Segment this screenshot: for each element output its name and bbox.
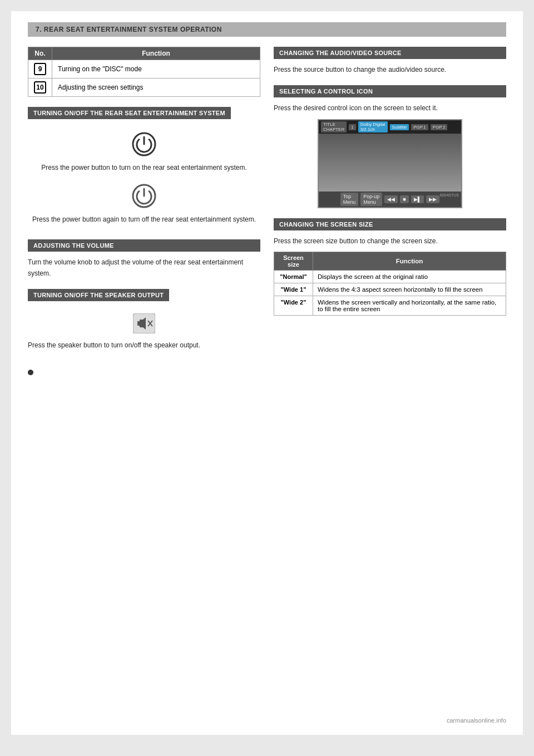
table-row: 10 Adjusting the screen settings	[28, 78, 260, 97]
screen-subtitle-label: Subtitle	[390, 124, 409, 130]
rew-btn: ◀◀	[384, 195, 398, 203]
screen-size-wide1: "Wide 1"	[274, 283, 313, 296]
screen-pgp1: PGP.1	[411, 124, 428, 130]
turning-on-body1: Press the power button to turn on the re…	[41, 163, 247, 173]
power-off-icon	[131, 183, 157, 209]
control-icon-header: SELECTING A CONTROL ICON	[274, 85, 506, 97]
screen-id: 6004STUS	[440, 193, 459, 197]
table-cell-no: 9	[28, 60, 52, 78]
screen-size-normal: "Normal"	[274, 270, 313, 283]
screen-pgp2: PGP.2	[431, 124, 448, 130]
screen-audio-label: Dolby Digital3/2.1ch	[358, 121, 388, 132]
bullet-row	[28, 370, 506, 375]
screen-title-label: TITLECHAPTER	[321, 121, 347, 132]
table-header-function: Function	[52, 47, 260, 60]
screen-size-wide2: "Wide 2"	[274, 296, 313, 315]
fwd-btn: ▶▶	[426, 195, 439, 203]
screen-function-wide1: Widens the 4:3 aspect screen horizontall…	[313, 283, 506, 296]
speaker-button-icon	[133, 313, 155, 333]
screen-capture: TITLECHAPTER 1 Dolby Digital3/2.1ch Subt…	[318, 119, 462, 208]
audio-video-block: CHANGING THE AUDIO/VIDEO SOURCE Press th…	[274, 47, 506, 75]
table-header-no: No.	[28, 47, 52, 60]
bullet-icon	[28, 370, 33, 375]
number-badge-9: 9	[34, 63, 46, 75]
audio-video-header: CHANGING THE AUDIO/VIDEO SOURCE	[274, 47, 506, 59]
speaker-header: TURNING ON/OFF THE SPEAKER OUTPUT	[28, 289, 169, 301]
play-btn: ▶▌	[411, 195, 424, 203]
table-row: "Wide 1" Widens the 4:3 aspect screen ho…	[274, 283, 506, 296]
screen-function-wide2: Widens the screen vertically and horizon…	[313, 296, 506, 315]
table-cell-no: 10	[28, 78, 52, 97]
speaker-block: TURNING ON/OFF THE SPEAKER OUTPUT Pre	[28, 289, 260, 351]
watermark: carmanualsonline.info	[447, 717, 506, 724]
table-cell-text-9: Turning on the "DISC" mode	[52, 60, 260, 78]
table-cell-text-10: Adjusting the screen settings	[52, 78, 260, 97]
function-table-block: No. Function 9 Turning on the "DISC" mod…	[28, 47, 260, 97]
table-row: "Normal" Displays the screen at the orig…	[274, 270, 506, 283]
screen-function-col-header: Function	[313, 252, 506, 270]
screen-size-col-header: Screen size	[274, 252, 313, 270]
page-header: 7. REAR SEAT ENTERTAINMENT SYSTEM OPERAT…	[28, 22, 506, 37]
stop-btn: ■	[400, 195, 408, 203]
volume-header: ADJUSTING THE VOLUME	[28, 239, 260, 252]
volume-block: ADJUSTING THE VOLUME Turn the volume kno…	[28, 239, 260, 278]
number-badge-10: 10	[34, 81, 46, 94]
table-row: 9 Turning on the "DISC" mode	[28, 60, 260, 78]
svg-rect-4	[137, 321, 140, 326]
speaker-body1: Press the speaker button to turn on/off …	[28, 340, 260, 351]
screen-size-block: CHANGING THE SCREEN SIZE Press the scree…	[274, 218, 506, 315]
power-on-icon	[131, 131, 157, 157]
menu-btn: TopMenu	[340, 193, 359, 206]
screen-size-header: CHANGING THE SCREEN SIZE	[274, 218, 506, 230]
function-table: No. Function 9 Turning on the "DISC" mod…	[28, 47, 260, 97]
table-row: "Wide 2" Widens the screen vertically an…	[274, 296, 506, 315]
pop-menu-btn: Pop-upMenu	[360, 193, 382, 206]
control-icon-block: SELECTING A CONTROL ICON Press the desir…	[274, 85, 506, 208]
turning-on-off-block: TURNING ON/OFF THE REAR SEAT ENTERTAINME…	[28, 107, 260, 229]
screen-size-body1: Press the screen size button to change t…	[274, 236, 506, 247]
screen-size-table: Screen size Function "Normal" Displays t…	[274, 252, 506, 316]
control-icon-body1: Press the desired control icon on the sc…	[274, 103, 506, 114]
turning-on-off-header: TURNING ON/OFF THE REAR SEAT ENTERTAINME…	[28, 107, 231, 119]
screen-top-bar: TITLECHAPTER 1 Dolby Digital3/2.1ch Subt…	[319, 120, 461, 134]
audio-video-body1: Press the source button to change the au…	[274, 65, 506, 75]
screen-function-normal: Displays the screen at the original rati…	[313, 270, 506, 283]
volume-body1: Turn the volume knob to adjust the volum…	[28, 257, 260, 278]
screen-chapter-val: 1	[349, 124, 355, 130]
turning-on-body2: Press the power button again to turn off…	[32, 214, 256, 225]
